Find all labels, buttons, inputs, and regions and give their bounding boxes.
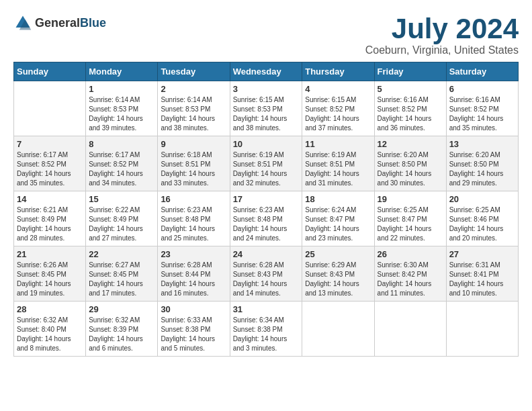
calendar-cell: 20Sunrise: 6:25 AMSunset: 8:46 PMDayligh…	[446, 191, 518, 246]
header: GeneralBlue July 2024 Coeburn, Virginia,…	[13, 13, 519, 56]
main-title: July 2024	[365, 13, 519, 44]
day-number: 31	[233, 304, 300, 314]
calendar-week-row: 1Sunrise: 6:14 AMSunset: 8:53 PMDaylight…	[14, 81, 519, 136]
calendar-header-tuesday: Tuesday	[158, 62, 230, 81]
calendar-cell: 6Sunrise: 6:16 AMSunset: 8:52 PMDaylight…	[446, 81, 518, 136]
calendar-cell: 8Sunrise: 6:17 AMSunset: 8:52 PMDaylight…	[86, 136, 158, 191]
logo-icon	[13, 13, 32, 32]
calendar-cell: 12Sunrise: 6:20 AMSunset: 8:50 PMDayligh…	[374, 136, 446, 191]
calendar-cell: 29Sunrise: 6:32 AMSunset: 8:39 PMDayligh…	[86, 302, 158, 357]
calendar-week-row: 14Sunrise: 6:21 AMSunset: 8:49 PMDayligh…	[14, 191, 519, 246]
day-info: Sunrise: 6:32 AMSunset: 8:40 PMDaylight:…	[17, 316, 83, 353]
calendar-cell: 3Sunrise: 6:15 AMSunset: 8:53 PMDaylight…	[230, 81, 302, 136]
day-info: Sunrise: 6:20 AMSunset: 8:50 PMDaylight:…	[378, 150, 443, 188]
day-info: Sunrise: 6:29 AMSunset: 8:43 PMDaylight:…	[305, 261, 371, 298]
calendar-cell: 13Sunrise: 6:20 AMSunset: 8:50 PMDayligh…	[446, 136, 518, 191]
calendar-cell: 7Sunrise: 6:17 AMSunset: 8:52 PMDaylight…	[14, 136, 86, 191]
day-info: Sunrise: 6:28 AMSunset: 8:43 PMDaylight:…	[233, 261, 300, 298]
day-info: Sunrise: 6:20 AMSunset: 8:50 PMDaylight:…	[449, 150, 515, 188]
calendar-cell: 22Sunrise: 6:27 AMSunset: 8:45 PMDayligh…	[86, 246, 158, 302]
calendar-cell: 14Sunrise: 6:21 AMSunset: 8:49 PMDayligh…	[14, 191, 86, 246]
calendar-week-row: 28Sunrise: 6:32 AMSunset: 8:40 PMDayligh…	[14, 302, 519, 357]
day-info: Sunrise: 6:16 AMSunset: 8:52 PMDaylight:…	[378, 95, 443, 133]
calendar-cell: 27Sunrise: 6:31 AMSunset: 8:41 PMDayligh…	[446, 246, 518, 302]
day-number: 6	[449, 84, 515, 94]
day-info: Sunrise: 6:27 AMSunset: 8:45 PMDaylight:…	[89, 261, 154, 298]
day-info: Sunrise: 6:25 AMSunset: 8:47 PMDaylight:…	[378, 205, 443, 243]
day-number: 3	[233, 84, 300, 94]
day-info: Sunrise: 6:14 AMSunset: 8:53 PMDaylight:…	[161, 95, 226, 133]
day-info: Sunrise: 6:24 AMSunset: 8:47 PMDaylight:…	[305, 205, 371, 243]
day-number: 19	[378, 194, 443, 204]
day-number: 9	[161, 139, 226, 149]
day-number: 12	[378, 139, 443, 149]
calendar-cell: 26Sunrise: 6:30 AMSunset: 8:42 PMDayligh…	[374, 246, 446, 302]
calendar-header-thursday: Thursday	[302, 62, 374, 81]
day-info: Sunrise: 6:21 AMSunset: 8:49 PMDaylight:…	[17, 205, 83, 243]
calendar-week-row: 21Sunrise: 6:26 AMSunset: 8:45 PMDayligh…	[14, 246, 519, 302]
day-number: 14	[17, 194, 83, 204]
day-info: Sunrise: 6:30 AMSunset: 8:42 PMDaylight:…	[378, 261, 443, 298]
day-number: 4	[305, 84, 371, 94]
calendar-cell: 16Sunrise: 6:23 AMSunset: 8:48 PMDayligh…	[158, 191, 230, 246]
day-info: Sunrise: 6:34 AMSunset: 8:38 PMDaylight:…	[233, 316, 300, 353]
day-info: Sunrise: 6:33 AMSunset: 8:38 PMDaylight:…	[161, 316, 226, 353]
day-number: 26	[378, 249, 443, 259]
day-info: Sunrise: 6:31 AMSunset: 8:41 PMDaylight:…	[449, 261, 515, 298]
calendar-cell: 10Sunrise: 6:19 AMSunset: 8:51 PMDayligh…	[230, 136, 302, 191]
calendar-cell: 9Sunrise: 6:18 AMSunset: 8:51 PMDaylight…	[158, 136, 230, 191]
calendar-cell: 1Sunrise: 6:14 AMSunset: 8:53 PMDaylight…	[86, 81, 158, 136]
calendar-cell	[446, 302, 518, 357]
calendar-cell: 28Sunrise: 6:32 AMSunset: 8:40 PMDayligh…	[14, 302, 86, 357]
day-number: 8	[89, 139, 154, 149]
calendar-cell	[374, 302, 446, 357]
day-info: Sunrise: 6:19 AMSunset: 8:51 PMDaylight:…	[233, 150, 300, 188]
day-info: Sunrise: 6:28 AMSunset: 8:44 PMDaylight:…	[161, 261, 226, 298]
calendar-week-row: 7Sunrise: 6:17 AMSunset: 8:52 PMDaylight…	[14, 136, 519, 191]
calendar-header-saturday: Saturday	[446, 62, 518, 81]
day-number: 17	[233, 194, 300, 204]
calendar-cell: 25Sunrise: 6:29 AMSunset: 8:43 PMDayligh…	[302, 246, 374, 302]
logo-text-blue: Blue	[80, 16, 106, 30]
calendar-cell: 18Sunrise: 6:24 AMSunset: 8:47 PMDayligh…	[302, 191, 374, 246]
calendar-header-sunday: Sunday	[14, 62, 86, 81]
day-number: 10	[233, 139, 300, 149]
calendar-cell: 11Sunrise: 6:19 AMSunset: 8:51 PMDayligh…	[302, 136, 374, 191]
day-info: Sunrise: 6:16 AMSunset: 8:52 PMDaylight:…	[449, 95, 515, 133]
calendar-cell: 4Sunrise: 6:15 AMSunset: 8:52 PMDaylight…	[302, 81, 374, 136]
day-number: 13	[449, 139, 515, 149]
day-info: Sunrise: 6:23 AMSunset: 8:48 PMDaylight:…	[161, 205, 226, 243]
calendar-cell: 21Sunrise: 6:26 AMSunset: 8:45 PMDayligh…	[14, 246, 86, 302]
day-number: 21	[17, 249, 83, 259]
logo-text-general: General	[35, 16, 80, 30]
day-info: Sunrise: 6:18 AMSunset: 8:51 PMDaylight:…	[161, 150, 226, 188]
day-info: Sunrise: 6:25 AMSunset: 8:46 PMDaylight:…	[449, 205, 515, 243]
day-info: Sunrise: 6:32 AMSunset: 8:39 PMDaylight:…	[89, 316, 154, 353]
day-info: Sunrise: 6:15 AMSunset: 8:52 PMDaylight:…	[305, 95, 371, 133]
day-number: 25	[305, 249, 371, 259]
calendar-header-friday: Friday	[374, 62, 446, 81]
calendar-table: SundayMondayTuesdayWednesdayThursdayFrid…	[13, 62, 519, 357]
calendar-cell: 23Sunrise: 6:28 AMSunset: 8:44 PMDayligh…	[158, 246, 230, 302]
day-info: Sunrise: 6:23 AMSunset: 8:48 PMDaylight:…	[233, 205, 300, 243]
day-info: Sunrise: 6:26 AMSunset: 8:45 PMDaylight:…	[17, 261, 83, 298]
calendar-cell: 5Sunrise: 6:16 AMSunset: 8:52 PMDaylight…	[374, 81, 446, 136]
day-number: 15	[89, 194, 154, 204]
calendar-cell: 30Sunrise: 6:33 AMSunset: 8:38 PMDayligh…	[158, 302, 230, 357]
day-info: Sunrise: 6:17 AMSunset: 8:52 PMDaylight:…	[17, 150, 83, 188]
day-info: Sunrise: 6:19 AMSunset: 8:51 PMDaylight:…	[305, 150, 371, 188]
calendar-cell: 24Sunrise: 6:28 AMSunset: 8:43 PMDayligh…	[230, 246, 302, 302]
calendar-cell: 31Sunrise: 6:34 AMSunset: 8:38 PMDayligh…	[230, 302, 302, 357]
calendar-cell: 19Sunrise: 6:25 AMSunset: 8:47 PMDayligh…	[374, 191, 446, 246]
calendar-header-monday: Monday	[86, 62, 158, 81]
day-number: 11	[305, 139, 371, 149]
calendar-cell	[302, 302, 374, 357]
day-info: Sunrise: 6:17 AMSunset: 8:52 PMDaylight:…	[89, 150, 154, 188]
day-number: 7	[17, 139, 83, 149]
day-number: 1	[89, 84, 154, 94]
day-info: Sunrise: 6:15 AMSunset: 8:53 PMDaylight:…	[233, 95, 300, 133]
day-info: Sunrise: 6:14 AMSunset: 8:53 PMDaylight:…	[89, 95, 154, 133]
calendar-header-wednesday: Wednesday	[230, 62, 302, 81]
day-number: 16	[161, 194, 226, 204]
day-number: 5	[378, 84, 443, 94]
